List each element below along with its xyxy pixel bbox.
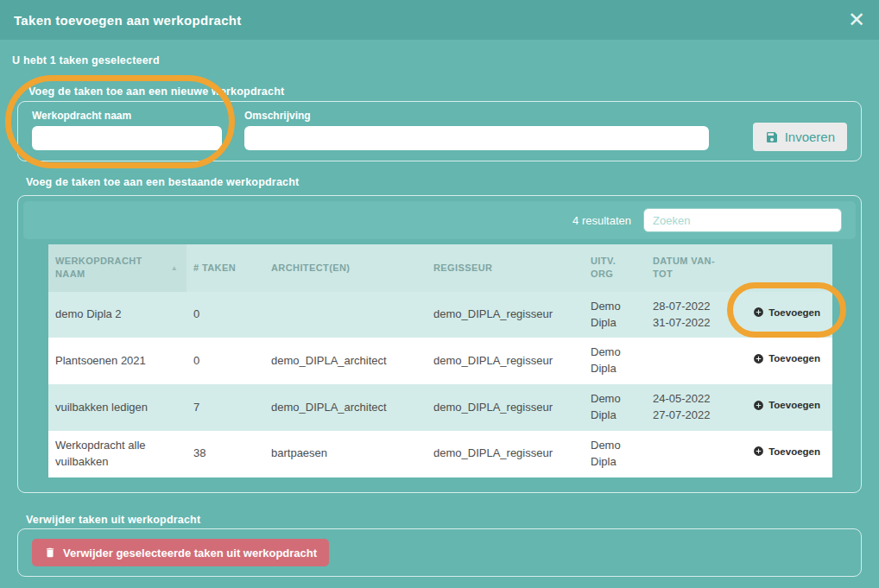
add-button-label: Toevoegen [768, 446, 820, 457]
results-bar: 4 resultaten [23, 201, 856, 239]
cell-action: Toevoegen [729, 338, 832, 384]
sort-asc-icon[interactable]: ▲ [171, 263, 178, 273]
plus-circle-icon [753, 400, 764, 411]
description-input[interactable] [244, 126, 709, 150]
new-order-panel: Werkopdracht naam Omschrijving Invoeren [17, 101, 862, 161]
remove-button-label: Verwijder geselecteerde taken uit werkop… [63, 547, 317, 560]
plus-circle-icon [753, 446, 764, 457]
column-header-regisseur[interactable]: REGISSEUR [427, 244, 584, 292]
add-to-workorder-button[interactable]: Toevoegen [753, 307, 820, 318]
cell-taken: 7 [187, 384, 264, 431]
submit-button-label: Invoeren [785, 130, 835, 144]
cell-action: Toevoegen [729, 384, 832, 431]
cell-regisseur: demo_DIPLA_regisseur [427, 384, 584, 431]
column-header-name[interactable]: WERKOPDRACHT NAAM ▲ [48, 244, 187, 292]
column-header-architect[interactable]: ARCHITECT(EN) [264, 244, 427, 292]
cell-name: Plantsoenen 2021 [48, 338, 187, 384]
cell-taken: 0 [187, 338, 264, 384]
search-input[interactable] [643, 208, 842, 232]
results-count: 4 resultaten [572, 214, 631, 227]
add-button-label: Toevoegen [768, 400, 820, 410]
add-button-label: Toevoegen [768, 353, 820, 364]
add-button-label: Toevoegen [768, 307, 820, 318]
cell-architect: bartpaesen [264, 431, 427, 477]
modal-title: Taken toevoegen aan werkopdracht [14, 13, 242, 28]
cell-datum [646, 338, 729, 384]
cell-action: Toevoegen [729, 292, 832, 338]
workorder-name-input[interactable] [32, 126, 222, 150]
cell-architect: demo_DIPLA_architect [264, 384, 427, 431]
column-header-actions [729, 244, 832, 292]
close-icon[interactable]: ✕ [848, 9, 865, 30]
add-to-workorder-button[interactable]: Toevoegen [753, 353, 820, 364]
cell-taken: 0 [187, 292, 264, 338]
new-order-heading: Voeg de taken toe aan een nieuwe werkopd… [28, 85, 284, 98]
workorder-name-label: Werkopdracht naam [32, 110, 222, 122]
table-row: vuilbakken ledigen 7 demo_DIPLA_architec… [48, 384, 832, 431]
cell-datum: 28-07-2022 31-07-2022 [646, 292, 729, 338]
cell-taken: 38 [187, 431, 264, 477]
table-header-row: WERKOPDRACHT NAAM ▲ # TAKEN ARCHITECT(EN… [48, 244, 832, 292]
existing-order-heading: Voeg de taken toe aan een bestaande werk… [26, 176, 299, 188]
cell-uitv-org: Demo Dipla [584, 431, 646, 477]
cell-uitv-org: Demo Dipla [584, 292, 646, 338]
plus-circle-icon [753, 353, 764, 364]
description-label: Omschrijving [244, 110, 709, 122]
cell-architect: demo_DIPLA_architect [264, 338, 427, 384]
table-row: demo Dipla 2 0 demo_DIPLA_regisseur Demo… [48, 292, 832, 338]
remove-section-panel: Verwijder geselecteerde taken uit werkop… [17, 528, 862, 577]
add-to-workorder-button[interactable]: Toevoegen [753, 400, 820, 411]
column-header-taken[interactable]: # TAKEN [187, 244, 264, 292]
table-row: Werkopdracht alle vuilbakken 38 bartpaes… [48, 431, 832, 477]
cell-uitv-org: Demo Dipla [584, 384, 646, 431]
selected-tasks-info: U hebt 1 taken geselecteerd [12, 54, 160, 66]
save-icon [765, 130, 779, 144]
workorder-name-group: Werkopdracht naam [32, 110, 222, 150]
cell-regisseur: demo_DIPLA_regisseur [427, 292, 584, 338]
column-header-datum[interactable]: DATUM VAN-TOT [646, 244, 729, 292]
cell-name: demo Dipla 2 [48, 292, 187, 338]
plus-circle-icon [753, 307, 764, 318]
existing-order-panel: 4 resultaten WERKOPDRACHT NAAM ▲ # TAKEN [17, 195, 862, 493]
table-row: Plantsoenen 2021 0 demo_DIPLA_architect … [48, 338, 832, 384]
cell-architect [264, 292, 427, 338]
cell-name: vuilbakken ledigen [48, 384, 187, 431]
remove-section-heading: Verwijder taken uit werkopdracht [26, 514, 200, 526]
trash-icon [44, 547, 56, 559]
add-to-workorder-button[interactable]: Toevoegen [753, 446, 820, 457]
cell-regisseur: demo_DIPLA_regisseur [427, 431, 584, 477]
description-group: Omschrijving [244, 110, 709, 150]
cell-uitv-org: Demo Dipla [584, 338, 646, 384]
modal-header: Taken toevoegen aan werkopdracht ✕ [0, 0, 879, 40]
add-tasks-modal: Taken toevoegen aan werkopdracht ✕ U heb… [0, 0, 879, 588]
column-header-uitv-org[interactable]: UITV. ORG [584, 244, 646, 292]
cell-action: Toevoegen [729, 431, 832, 477]
cell-datum [646, 431, 729, 477]
submit-button[interactable]: Invoeren [753, 123, 847, 151]
workorders-table: WERKOPDRACHT NAAM ▲ # TAKEN ARCHITECT(EN… [48, 244, 831, 477]
cell-datum: 24-05-2022 27-07-2022 [646, 384, 729, 431]
remove-selected-tasks-button[interactable]: Verwijder geselecteerde taken uit werkop… [32, 539, 329, 566]
cell-regisseur: demo_DIPLA_regisseur [427, 338, 584, 384]
cell-name: Werkopdracht alle vuilbakken [48, 431, 187, 477]
